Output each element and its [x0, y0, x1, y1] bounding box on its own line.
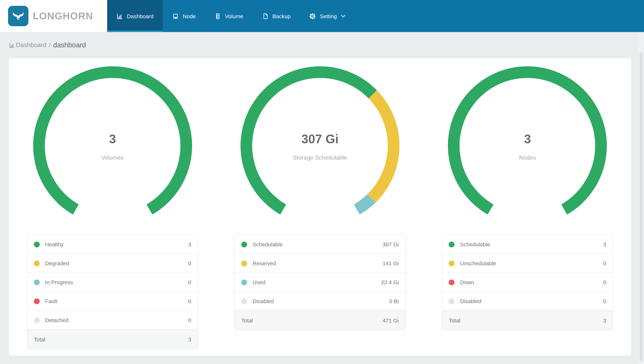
legend-total-row: Total 3 — [27, 330, 198, 349]
legend-label: In Progress — [45, 279, 188, 285]
legend-row: Healthy 3 — [27, 235, 198, 254]
total-value: 471 Gi — [383, 317, 399, 324]
status-dot — [241, 279, 247, 285]
legend-value: 0 — [603, 279, 606, 285]
legend-label: Detached — [45, 317, 188, 323]
scrollbar-track[interactable] — [638, 32, 644, 364]
storage-gauge: 307 Gi Storage Schedulable — [234, 63, 406, 227]
legend-value: 0 — [188, 260, 191, 266]
bar-chart-icon — [9, 42, 14, 48]
legend-row: Down 0 — [442, 273, 613, 292]
gauge-value: 3 — [442, 132, 613, 146]
longhorn-dashboard: LONGHORN Dashboard Node — [0, 0, 644, 364]
legend-value: 0 — [603, 298, 606, 304]
legend-label: Schedulable — [252, 241, 383, 248]
gauge-label: Storage Schedulable — [234, 154, 406, 161]
breadcrumb-current-page: dashboard — [53, 41, 86, 49]
breadcrumb-separator: / — [49, 42, 50, 49]
legend-value: 0 — [188, 317, 191, 323]
legend-label: Disabled — [460, 298, 603, 304]
volumes-panel: 3 Volumes Healthy 3 Degraded 0 In Progre… — [9, 58, 216, 356]
top-navbar: LONGHORN Dashboard Node — [0, 0, 644, 32]
status-dot — [34, 317, 40, 323]
nav-label: Backup — [272, 13, 291, 19]
status-dot — [241, 298, 247, 304]
legend-row: Disabled 0 Bi — [235, 292, 405, 311]
legend-row: Detached 0 — [27, 311, 198, 330]
legend-value: 0 — [188, 279, 191, 285]
nav-label: Node — [183, 13, 196, 19]
legend-value: 0 Bi — [389, 298, 399, 304]
legend-row: Unschedulable 0 — [442, 254, 613, 273]
gear-icon — [310, 13, 316, 19]
legend-row: Schedulable 3 — [442, 235, 613, 254]
legend-label: Degraded — [45, 260, 188, 266]
scrollbar-thumb[interactable] — [640, 52, 642, 361]
total-label: Total — [241, 317, 383, 324]
total-label: Total — [34, 336, 188, 342]
status-dot — [241, 260, 247, 266]
volumes-gauge: 3 Volumes — [27, 63, 198, 227]
nav-item-node[interactable]: Node — [163, 0, 205, 32]
legend-label: Down — [460, 279, 603, 285]
total-value: 3 — [603, 317, 606, 324]
nav-label: Volume — [225, 13, 243, 19]
legend-label: Unschedulable — [460, 260, 603, 266]
legend-label: Fault — [45, 298, 188, 304]
legend-label: Reserved — [252, 260, 383, 266]
storage-panel: 307 Gi Storage Schedulable Schedulable 3… — [216, 58, 424, 356]
breadcrumb: Dashboard / dashboard — [0, 32, 86, 58]
legend-total-row: Total 471 Gi — [235, 311, 405, 330]
nav-label: Dashboard — [127, 13, 154, 19]
nav-item-backup[interactable]: Backup — [253, 0, 300, 32]
status-dot — [34, 260, 40, 266]
backup-icon — [262, 13, 268, 19]
legend-label: Disabled — [252, 298, 389, 304]
legend-label: Schedulable — [460, 241, 603, 248]
node-icon — [172, 13, 179, 19]
main-nav: Dashboard Node Volume — [107, 0, 355, 32]
storage-legend-table: Schedulable 307 Gi Reserved 141 Gi Used … — [234, 235, 406, 330]
status-dot — [449, 242, 455, 247]
brand-logo[interactable]: LONGHORN — [0, 0, 107, 32]
nodes-gauge: 3 Nodes — [442, 63, 613, 227]
gauge-label: Nodes — [442, 154, 613, 161]
nav-item-setting[interactable]: Setting — [300, 0, 355, 32]
legend-total-row: Total 3 — [442, 311, 613, 330]
status-dot — [34, 298, 40, 304]
total-label: Total — [449, 317, 603, 324]
breadcrumb-dashboard-link[interactable]: Dashboard — [9, 42, 46, 49]
status-dot — [34, 279, 40, 285]
nav-item-volume[interactable]: Volume — [205, 0, 253, 32]
dashboard-card: 3 Volumes Healthy 3 Degraded 0 In Progre… — [9, 58, 631, 356]
longhorn-bull-icon — [8, 6, 28, 26]
nodes-panel: 3 Nodes Schedulable 3 Unschedulable 0 Do… — [424, 58, 631, 356]
brand-name: LONGHORN — [33, 10, 93, 22]
legend-row: Fault 0 — [27, 292, 198, 311]
legend-value: 22.4 Gi — [381, 279, 399, 285]
nav-item-dashboard[interactable]: Dashboard — [107, 0, 163, 32]
legend-row: Schedulable 307 Gi — [235, 235, 405, 254]
legend-row: In Progress 0 — [27, 273, 198, 292]
nav-label: Setting — [320, 13, 337, 19]
breadcrumb-section: Dashboard — [16, 42, 46, 49]
legend-value: 307 Gi — [383, 241, 399, 248]
nodes-legend-table: Schedulable 3 Unschedulable 0 Down 0 Dis… — [442, 235, 613, 330]
legend-value: 3 — [603, 241, 606, 248]
legend-value: 0 — [188, 298, 191, 304]
legend-label: Used — [252, 279, 381, 285]
legend-value: 0 — [603, 260, 606, 266]
volumes-legend-table: Healthy 3 Degraded 0 In Progress 0 Fault… — [27, 235, 198, 349]
legend-row: Used 22.4 Gi — [235, 273, 405, 292]
chevron-down-icon — [341, 14, 346, 18]
gauge-label: Volumes — [27, 154, 198, 161]
volume-icon — [215, 13, 221, 19]
gauge-value: 3 — [27, 132, 198, 146]
legend-row: Reserved 141 Gi — [235, 254, 405, 273]
total-value: 3 — [188, 336, 191, 342]
bar-chart-icon — [117, 13, 123, 19]
status-dot — [241, 242, 247, 247]
legend-row: Disabled 0 — [442, 292, 613, 311]
legend-row: Degraded 0 — [27, 254, 198, 273]
legend-value: 3 — [188, 241, 191, 248]
